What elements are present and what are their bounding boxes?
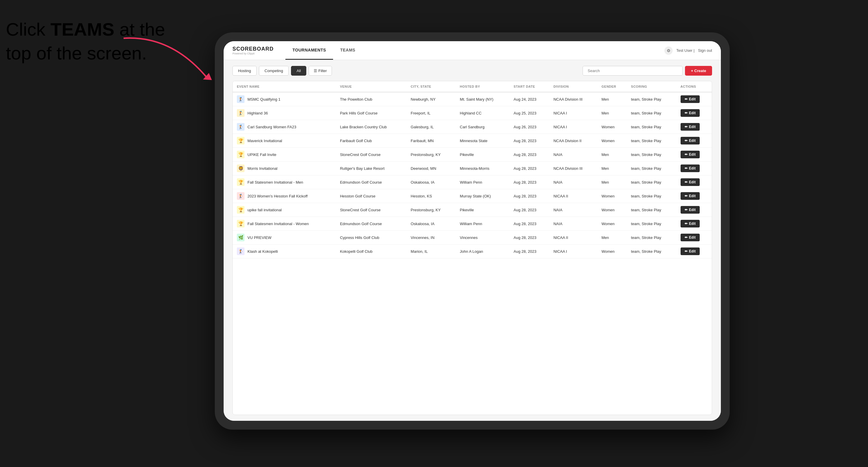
event-icon-7: 🏌 bbox=[237, 192, 245, 200]
scoring-cell-7: team, Stroke Play bbox=[627, 189, 677, 203]
city-cell-8: Prestonsburg, KY bbox=[407, 203, 456, 217]
event-name-cell-5: 🦁 Morris Invitational bbox=[233, 161, 336, 176]
start-date-cell-3: Aug 28, 2023 bbox=[509, 134, 549, 148]
event-name-cell-8: 🏆 upike fall invitational bbox=[233, 203, 336, 217]
event-name-cell-11: 🏌 Klash at Kokopelli bbox=[233, 245, 336, 258]
gender-cell-2: Women bbox=[597, 120, 627, 134]
edit-button-9[interactable]: ✏ Edit bbox=[681, 220, 700, 227]
scoring-cell-10: team, Stroke Play bbox=[627, 231, 677, 245]
edit-pencil-icon: ✏ bbox=[685, 222, 688, 226]
tournaments-table: EVENT NAME VENUE CITY, STATE HOSTED BY S… bbox=[232, 81, 712, 415]
logo-subtitle: Powered by Clippit bbox=[232, 52, 274, 55]
edit-button-10[interactable]: ✏ Edit bbox=[681, 234, 700, 241]
tab-teams[interactable]: TEAMS bbox=[333, 41, 363, 60]
venue-cell-1: Park Hills Golf Course bbox=[336, 106, 406, 120]
hosting-button[interactable]: Hosting bbox=[232, 66, 256, 75]
edit-button-11[interactable]: ✏ Edit bbox=[681, 247, 700, 255]
scoring-cell-2: team, Stroke Play bbox=[627, 120, 677, 134]
event-icon-3: 🏆 bbox=[237, 137, 245, 145]
city-cell-6: Oskaloosa, IA bbox=[407, 176, 456, 189]
competing-button[interactable]: Competing bbox=[259, 66, 289, 75]
hosted-by-cell-0: Mt. Saint Mary (NY) bbox=[456, 92, 509, 106]
edit-button-0[interactable]: ✏ Edit bbox=[681, 95, 700, 103]
start-date-cell-1: Aug 25, 2023 bbox=[509, 106, 549, 120]
edit-button-8[interactable]: ✏ Edit bbox=[681, 206, 700, 214]
scoring-cell-4: team, Stroke Play bbox=[627, 148, 677, 161]
event-icon-8: 🏆 bbox=[237, 206, 245, 214]
table-row: 🏆 UPIKE Fall Invite StoneCrest Golf Cour… bbox=[233, 148, 712, 161]
table-row: 🏌 Carl Sandburg Women FA23 Lake Bracken … bbox=[233, 120, 712, 134]
table-header-row: EVENT NAME VENUE CITY, STATE HOSTED BY S… bbox=[233, 81, 712, 92]
col-start-date: START DATE bbox=[509, 81, 549, 92]
sign-out-link[interactable]: Sign out bbox=[698, 48, 712, 53]
edit-button-7[interactable]: ✏ Edit bbox=[681, 192, 700, 200]
actions-cell-10: ✏ Edit bbox=[677, 231, 712, 245]
event-icon-11: 🏌 bbox=[237, 247, 245, 255]
city-cell-11: Marion, IL bbox=[407, 245, 456, 258]
col-venue: VENUE bbox=[336, 81, 406, 92]
division-cell-5: NCAA Division III bbox=[549, 161, 597, 176]
event-name-1: Highland 36 bbox=[247, 111, 268, 115]
search-input[interactable] bbox=[583, 66, 683, 75]
scoring-cell-8: team, Stroke Play bbox=[627, 203, 677, 217]
gender-cell-10: Men bbox=[597, 231, 627, 245]
hosted-by-cell-11: John A Logan bbox=[456, 245, 509, 258]
col-hosted-by: HOSTED BY bbox=[456, 81, 509, 92]
event-icon-2: 🏌 bbox=[237, 123, 245, 131]
edit-button-6[interactable]: ✏ Edit bbox=[681, 178, 700, 186]
actions-cell-2: ✏ Edit bbox=[677, 120, 712, 134]
actions-cell-8: ✏ Edit bbox=[677, 203, 712, 217]
actions-cell-6: ✏ Edit bbox=[677, 176, 712, 189]
start-date-cell-4: Aug 28, 2023 bbox=[509, 148, 549, 161]
nav-bar: SCOREBOARD Powered by Clippit TOURNAMENT… bbox=[224, 41, 721, 60]
event-name-4: UPIKE Fall Invite bbox=[247, 152, 276, 157]
filter-button[interactable]: ☰ Filter bbox=[309, 66, 332, 75]
gear-icon[interactable]: ⚙ bbox=[664, 46, 673, 55]
city-cell-2: Galesburg, IL bbox=[407, 120, 456, 134]
division-cell-9: NAIA bbox=[549, 217, 597, 231]
division-cell-10: NICAA II bbox=[549, 231, 597, 245]
col-scoring: SCORING bbox=[627, 81, 677, 92]
table-row: 🏌 Klash at Kokopelli Kokopelli Golf Club… bbox=[233, 245, 712, 258]
city-cell-10: Vincennes, IN bbox=[407, 231, 456, 245]
event-name-11: Klash at Kokopelli bbox=[247, 249, 278, 254]
city-cell-3: Faribault, MN bbox=[407, 134, 456, 148]
edit-button-2[interactable]: ✏ Edit bbox=[681, 123, 700, 131]
scoring-cell-6: team, Stroke Play bbox=[627, 176, 677, 189]
actions-cell-11: ✏ Edit bbox=[677, 245, 712, 258]
scoring-cell-11: team, Stroke Play bbox=[627, 245, 677, 258]
hosted-by-cell-7: Murray State (OK) bbox=[456, 189, 509, 203]
city-cell-4: Prestonsburg, KY bbox=[407, 148, 456, 161]
edit-button-5[interactable]: ✏ Edit bbox=[681, 164, 700, 172]
edit-button-1[interactable]: ✏ Edit bbox=[681, 109, 700, 117]
actions-cell-4: ✏ Edit bbox=[677, 148, 712, 161]
venue-cell-9: Edmundson Golf Course bbox=[336, 217, 406, 231]
tab-tournaments[interactable]: TOURNAMENTS bbox=[285, 41, 333, 60]
col-actions: ACTIONS bbox=[677, 81, 712, 92]
table-row: 🏆 upike fall invitational StoneCrest Gol… bbox=[233, 203, 712, 217]
start-date-cell-10: Aug 28, 2023 bbox=[509, 231, 549, 245]
edit-pencil-icon: ✏ bbox=[685, 138, 688, 143]
event-icon-0: 🏌 bbox=[237, 95, 245, 103]
scoring-cell-3: team, Stroke Play bbox=[627, 134, 677, 148]
venue-cell-7: Hesston Golf Course bbox=[336, 189, 406, 203]
edit-button-4[interactable]: ✏ Edit bbox=[681, 151, 700, 158]
gender-cell-3: Women bbox=[597, 134, 627, 148]
edit-button-3[interactable]: ✏ Edit bbox=[681, 137, 700, 145]
division-cell-2: NICAA I bbox=[549, 120, 597, 134]
event-icon-5: 🦁 bbox=[237, 164, 245, 172]
user-name: Test User | bbox=[676, 48, 694, 53]
gender-cell-4: Men bbox=[597, 148, 627, 161]
event-icon-4: 🏆 bbox=[237, 151, 245, 158]
division-cell-1: NICAA I bbox=[549, 106, 597, 120]
instruction-line2: top of the screen. bbox=[6, 43, 147, 63]
all-button[interactable]: All bbox=[291, 66, 306, 75]
col-division: DIVISION bbox=[549, 81, 597, 92]
table-row: 🏌 MSMC Qualifying 1 The Powelton Club Ne… bbox=[233, 92, 712, 106]
create-button[interactable]: + Create bbox=[685, 66, 712, 75]
hosted-by-cell-1: Highland CC bbox=[456, 106, 509, 120]
hosted-by-cell-4: Pikeville bbox=[456, 148, 509, 161]
venue-cell-5: Ruttger's Bay Lake Resort bbox=[336, 161, 406, 176]
edit-pencil-icon: ✏ bbox=[685, 111, 688, 115]
content-area: Hosting Competing All ☰ Filter + Create … bbox=[224, 60, 721, 421]
